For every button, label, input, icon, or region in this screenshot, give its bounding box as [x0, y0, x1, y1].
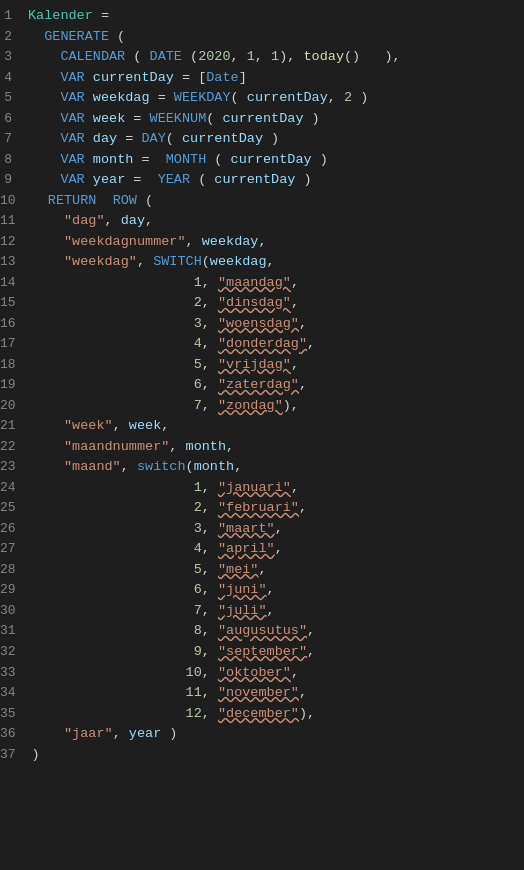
code-line: 28 5, "mei",	[0, 560, 524, 581]
token-str-underline: "zondag"	[218, 398, 283, 413]
token-plain: (	[190, 172, 214, 187]
token-plain	[85, 172, 93, 187]
line-content: 2, "dinsdag",	[32, 293, 516, 314]
token-plain: ,	[202, 357, 218, 372]
line-number: 36	[0, 724, 32, 744]
token-plain: ,	[202, 562, 218, 577]
code-line: 5 VAR weekdag = WEEKDAY( currentDay, 2 )	[0, 88, 524, 109]
line-content: CALENDAR ( DATE (2020, 1, 1), today() ),	[28, 47, 516, 68]
line-content: 5, "mei",	[32, 560, 516, 581]
token-plain: (	[186, 459, 194, 474]
token-str: "jaar"	[64, 726, 113, 741]
token-plain	[32, 316, 194, 331]
token-str: "maand"	[64, 459, 121, 474]
token-kw: WEEKDAY	[174, 90, 231, 105]
line-content: "dag", day,	[32, 211, 516, 232]
line-number: 4	[0, 68, 28, 88]
line-number: 3	[0, 47, 28, 67]
line-content: VAR year = YEAR ( currentDay )	[28, 170, 516, 191]
code-line: 21 "week", week,	[0, 416, 524, 437]
line-number: 15	[0, 293, 32, 313]
token-plain	[85, 90, 93, 105]
token-num: 4	[194, 336, 202, 351]
token-plain	[32, 295, 194, 310]
code-line: 9 VAR year = YEAR ( currentDay )	[0, 170, 524, 191]
token-plain: ,	[202, 665, 218, 680]
token-plain: ,	[202, 295, 218, 310]
token-plain: ,	[258, 562, 266, 577]
token-var: week	[129, 418, 161, 433]
line-content: 3, "woensdag",	[32, 314, 516, 335]
token-plain: ,	[307, 623, 315, 638]
token-plain	[28, 29, 44, 44]
token-str-underline: "augusutus"	[218, 623, 307, 638]
line-content: 1, "maandag",	[32, 273, 516, 294]
line-content: 9, "september",	[32, 642, 516, 663]
token-plain	[32, 521, 194, 536]
token-plain: (	[206, 152, 230, 167]
token-var: weekday	[202, 234, 259, 249]
token-str-underline: "vrijdag"	[218, 357, 291, 372]
code-line: 2 GENERATE (	[0, 27, 524, 48]
token-plain	[28, 172, 60, 187]
token-plain: )	[303, 111, 319, 126]
token-plain: ,	[255, 49, 271, 64]
token-plain: () ),	[344, 49, 401, 64]
token-num: 3	[194, 316, 202, 331]
token-plain	[32, 254, 64, 269]
token-plain	[32, 336, 194, 351]
token-num: 9	[194, 644, 202, 659]
token-var: currentDay	[93, 70, 174, 85]
line-content: "week", week,	[32, 416, 516, 437]
line-number: 12	[0, 232, 32, 252]
token-num: 2	[344, 90, 352, 105]
token-str: "weekdag"	[64, 254, 137, 269]
code-line: 37)	[0, 745, 524, 766]
token-num: 1	[271, 49, 279, 64]
token-plain: )	[32, 747, 40, 762]
token-plain	[85, 131, 93, 146]
token-plain: =	[125, 172, 157, 187]
token-num: 6	[194, 582, 202, 597]
token-plain: ,	[121, 459, 137, 474]
code-line: 13 "weekdag", SWITCH(weekdag,	[0, 252, 524, 273]
token-plain: ),	[279, 49, 303, 64]
token-plain: ,	[113, 726, 129, 741]
line-content: "weekdagnummer", weekday,	[32, 232, 516, 253]
code-line: 1Kalender =	[0, 6, 524, 27]
token-plain: (	[166, 131, 182, 146]
token-str: "week"	[64, 418, 113, 433]
token-var: year	[93, 172, 125, 187]
token-plain	[32, 644, 194, 659]
token-kw: VAR	[60, 152, 84, 167]
line-number: 28	[0, 560, 32, 580]
line-number: 20	[0, 396, 32, 416]
line-number: 18	[0, 355, 32, 375]
token-plain	[32, 275, 194, 290]
line-number: 10	[0, 191, 32, 211]
line-content: "maand", switch(month,	[32, 457, 516, 478]
token-ident: Kalender	[28, 8, 93, 23]
line-content: VAR day = DAY( currentDay )	[28, 129, 516, 150]
line-number: 34	[0, 683, 32, 703]
token-plain: ,	[328, 90, 344, 105]
token-plain: ,	[113, 418, 129, 433]
token-plain: )	[352, 90, 368, 105]
token-plain: ),	[299, 706, 315, 721]
token-kw: VAR	[60, 90, 84, 105]
line-number: 5	[0, 88, 28, 108]
code-line: 29 6, "juni",	[0, 580, 524, 601]
token-plain: ,	[105, 213, 121, 228]
line-content: GENERATE (	[28, 27, 516, 48]
token-plain: )	[295, 172, 311, 187]
code-line: 10 RETURN ROW (	[0, 191, 524, 212]
token-plain: =	[117, 131, 141, 146]
token-var: currentDay	[231, 152, 312, 167]
token-plain	[28, 131, 60, 146]
line-content: 1, "januari",	[32, 478, 516, 499]
token-str-underline: "woensdag"	[218, 316, 299, 331]
token-num: 4	[194, 541, 202, 556]
token-var: day	[93, 131, 117, 146]
token-plain: ,	[202, 582, 218, 597]
token-str: "maandnummer"	[64, 439, 169, 454]
